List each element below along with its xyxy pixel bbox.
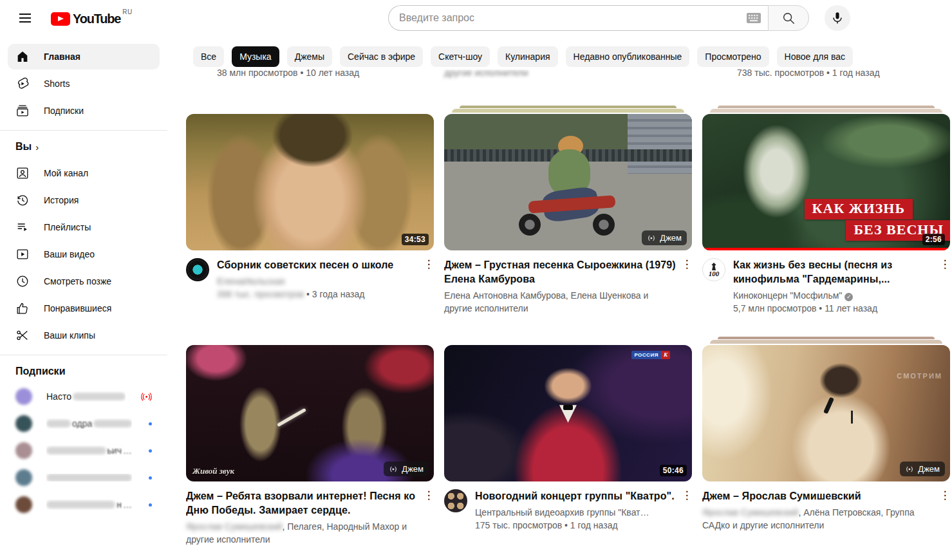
blurred-name [46,447,106,454]
video-title[interactable]: Джем – Ребята взорвали интернет! Песня к… [186,489,418,518]
video-meta: 175 тыс. просмотров • 1 год назад [475,519,677,532]
more-options-icon[interactable]: ⋮ [937,488,952,503]
channel-avatar[interactable]: 100 [702,258,725,281]
chip-all[interactable]: Все [193,46,224,67]
search-icon [781,11,796,25]
sidebar-item-your-clips[interactable]: Ваши клипы [8,322,160,348]
keyboard-icon[interactable] [746,12,761,24]
search-input[interactable] [399,12,746,24]
logo-text: YouTube [73,12,120,26]
video-thumbnail[interactable]: Живой звук Джем [186,345,434,481]
blurred-name [73,393,126,400]
sidebar-item-watch-later[interactable]: Смотреть позже [8,268,160,294]
sidebar-item-shorts[interactable]: Shorts [8,71,160,97]
sidebar-item-your-videos[interactable]: Ваши видео [8,241,160,267]
cutoff-video-meta-row: 38 млн просмотров • 10 лет назад другие … [167,70,952,85]
chip-live[interactable]: Сейчас в эфире [340,46,423,67]
filter-chips-bar: Все Музыка Джемы Сейчас в эфире Скетч-шо… [167,36,952,67]
history-icon [15,193,30,207]
subscription-channel[interactable]: ьич … [8,438,160,463]
scissors-icon [15,328,30,342]
video-thumbnail[interactable]: РОССИЯК 50:46 [444,345,692,481]
sidebar-item-home[interactable]: Главная [8,44,160,70]
live-icon [141,393,152,401]
video-thumbnail[interactable]: СМОТРИМ Джем [702,345,950,481]
sidebar-item-liked-videos[interactable]: Понравившиеся [8,295,160,321]
thumbs-up-icon [15,301,30,315]
new-content-dot [149,422,152,425]
playlist-stack [702,106,950,114]
logo-region: RU [122,8,132,15]
top-bar: YouTube RU [0,0,952,36]
thumbnail-watermark: Живой звук [192,466,234,476]
youtube-play-icon [51,12,70,26]
more-options-icon[interactable]: ⋮ [679,257,695,272]
video-title[interactable]: Как жизнь без весны (песня из кинофильма… [733,258,935,286]
chip-cooking[interactable]: Кулинария [498,46,558,67]
channel-name[interactable]: Центральный видеоархив группы "Кват… [475,506,677,519]
playlists-icon [15,220,30,234]
subscription-channel[interactable] [8,465,160,490]
sidebar-you-header[interactable]: Вы › [0,137,167,159]
channel-avatar [15,469,32,486]
verified-icon: ✓ [845,293,853,301]
chip-recently-uploaded[interactable]: Недавно опубликованные [566,46,690,67]
thumbnail-watermark: СМОТРИМ [897,372,942,380]
video-meta: 398 тыс. просмотров • 3 года назад [217,288,418,301]
channel-avatar [15,388,32,405]
microphone-icon [830,11,845,25]
video-thumbnail[interactable]: КАК ЖИЗНЬ БЕЗ ВЕСНЫ 2:56 [702,114,950,250]
chip-music[interactable]: Музыка [232,46,279,67]
subscription-channel[interactable]: н … [8,492,160,518]
more-options-icon[interactable]: ⋮ [421,488,436,503]
sidebar-item-subscriptions[interactable]: Подписки [8,98,160,124]
video-title[interactable]: Новогодний концерт группы "Кватро". [475,489,677,503]
chevron-right-icon: › [35,142,39,153]
chip-watched[interactable]: Просмотрено [697,46,769,67]
chip-new-to-you[interactable]: Новое для вас [777,46,854,67]
sidebar-item-history[interactable]: История [8,187,160,213]
new-content-dot [149,476,152,480]
channel-name-fragment: Насто [46,391,71,402]
divider [0,130,167,131]
more-options-icon[interactable]: ⋮ [421,257,436,272]
sidebar: Главная Shorts Подписки Вы › Мой канал И… [0,36,167,560]
your-videos-icon [15,247,30,261]
subscription-channel[interactable]: одра [8,411,160,436]
video-byline[interactable]: Ярослав Сумишевский, Пелагея, Народный М… [186,520,418,546]
channel-name-fragment: ьич [107,445,122,456]
menu-icon[interactable] [12,5,38,31]
channel-name[interactable]: ЕленаИюльская [217,275,418,288]
subscription-channel[interactable]: Насто [8,384,160,409]
sidebar-item-playlists[interactable]: Плейлисты [8,214,160,240]
search-box[interactable] [388,5,768,31]
video-title[interactable]: Сборник советских песен о школе [217,258,418,272]
channel-name[interactable]: Киноконцерн "Мосфильм"✓ [733,289,935,302]
more-options-icon[interactable]: ⋮ [679,488,695,503]
main-content: Все Музыка Джемы Сейчас в эфире Скетч-шо… [167,36,952,560]
search-zone [388,5,850,31]
more-options-icon[interactable]: ⋮ [937,257,952,272]
chip-sketch[interactable]: Скетч-шоу [431,46,490,67]
voice-search-button[interactable] [825,5,850,31]
video-card: СМОТРИМ Джем Джем – Ярослав Сумишевский … [702,337,950,546]
channel-avatar[interactable] [444,489,467,512]
search-button[interactable] [768,5,809,31]
video-thumbnail[interactable]: Джем [444,114,692,250]
blurred-name [93,420,132,427]
blurred-name [46,474,132,481]
video-byline[interactable]: Елена Антоновна Камбурова, Елена Шуенков… [444,289,677,315]
channel-avatar[interactable] [186,258,209,281]
chip-jams[interactable]: Джемы [287,46,332,67]
watch-progress-bar [702,248,950,250]
new-content-dot [149,503,152,507]
youtube-logo[interactable]: YouTube RU [51,10,133,26]
video-title[interactable]: Джем – Ярослав Сумишевский [702,489,935,503]
channel-avatar [15,496,32,513]
video-byline[interactable]: Ярослав Сумишевский, Алёна Петровская, Г… [702,506,935,532]
video-thumbnail[interactable]: 34:53 [186,114,434,250]
duration-badge: 34:53 [402,234,429,245]
sidebar-item-my-channel[interactable]: Мой канал [8,160,160,186]
blurred-name [46,501,115,509]
video-title[interactable]: Джем – Грустная песенка Сыроежкина (1979… [444,258,677,286]
